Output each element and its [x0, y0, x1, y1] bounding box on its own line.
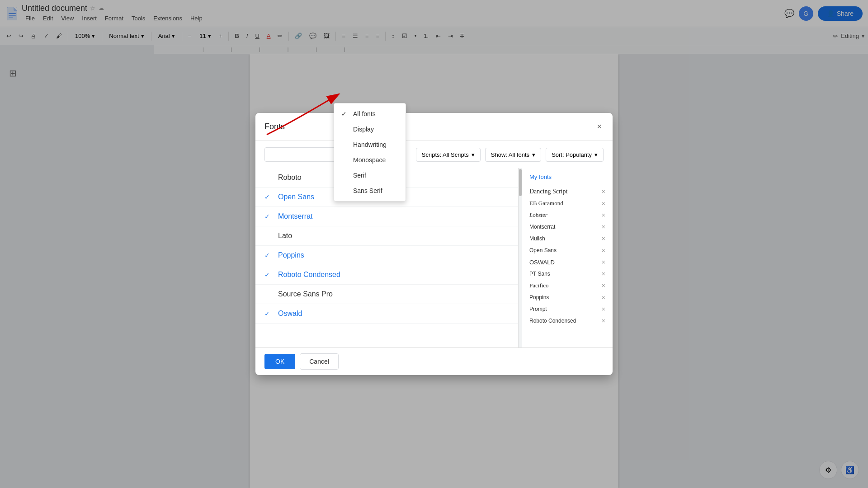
- show-dropdown-item[interactable]: Handwriting: [334, 137, 406, 152]
- dialog-content: Roboto✓Open Sans✓MontserratLato✓Poppins✓…: [255, 168, 613, 347]
- show-fonts-dropdown[interactable]: Show: All fonts ▾: [485, 148, 541, 162]
- dialog-header: Fonts ×: [255, 113, 613, 141]
- my-font-item: Mulish×: [529, 233, 605, 244]
- show-dropdown-item[interactable]: Serif: [334, 168, 406, 183]
- font-item-name: Montserrat: [278, 212, 312, 221]
- font-item-name: Oswald: [278, 310, 302, 318]
- my-font-name: Lobster: [529, 211, 547, 219]
- my-font-item: Pacifico×: [529, 280, 605, 291]
- font-list-item[interactable]: ✓Poppins: [255, 246, 518, 265]
- my-font-remove-button[interactable]: ×: [602, 211, 605, 219]
- dropdown-item-label: Handwriting: [353, 141, 387, 148]
- font-item-name: Lato: [278, 232, 292, 240]
- my-font-item: Montserrat×: [529, 221, 605, 233]
- my-font-item: Oswald×: [529, 256, 605, 268]
- dialog-title: Fonts: [264, 122, 285, 131]
- font-list-item[interactable]: Lato: [255, 226, 518, 246]
- show-dropdown-item[interactable]: Sans Serif: [334, 183, 406, 198]
- my-font-name: Oswald: [529, 259, 555, 266]
- my-font-remove-button[interactable]: ×: [602, 223, 605, 230]
- my-font-name: Roboto Condensed: [529, 318, 576, 324]
- my-font-item: Prompt×: [529, 303, 605, 315]
- my-font-name: Pacifico: [529, 282, 549, 289]
- dialog-toolbar: 🔍 Scripts: All Scripts ▾ Show: All fonts…: [255, 141, 613, 168]
- dropdown-item-label: Sans Serif: [353, 187, 382, 194]
- my-font-remove-button[interactable]: ×: [602, 317, 605, 324]
- show-dropdown-item[interactable]: ✓All fonts: [334, 106, 406, 122]
- my-font-name: Mulish: [529, 235, 545, 242]
- my-font-name: Poppins: [529, 294, 549, 300]
- font-list-item[interactable]: ✓Oswald: [255, 304, 518, 324]
- my-font-item: Lobster×: [529, 209, 605, 221]
- dropdown-check-icon: ✓: [341, 110, 349, 117]
- font-check-icon: ✓: [264, 193, 274, 201]
- dialog-footer: OK Cancel: [255, 347, 613, 375]
- font-check-icon: ✓: [264, 271, 274, 278]
- my-font-name: Montserrat: [529, 224, 555, 230]
- font-item-name: Roboto Condensed: [278, 271, 340, 279]
- font-list-item[interactable]: ✓Montserrat: [255, 207, 518, 226]
- show-dropdown-item[interactable]: Display: [334, 122, 406, 137]
- my-font-item: EB Garamond×: [529, 197, 605, 209]
- my-fonts-panel: My fonts Dancing Script×EB Garamond×Lobs…: [522, 168, 613, 347]
- font-item-name: Open Sans: [278, 193, 314, 201]
- dropdown-item-label: Display: [353, 126, 374, 133]
- my-font-name: Prompt: [529, 306, 547, 312]
- scripts-chevron-icon: ▾: [472, 151, 475, 158]
- my-font-name: EB Garamond: [529, 200, 563, 207]
- close-button[interactable]: ×: [595, 120, 604, 133]
- font-list-item[interactable]: ✓Roboto Condensed: [255, 265, 518, 285]
- dropdown-item-label: Serif: [353, 172, 366, 179]
- font-scrollbar[interactable]: [519, 168, 522, 347]
- my-font-remove-button[interactable]: ×: [602, 200, 605, 207]
- my-fonts-list: Dancing Script×EB Garamond×Lobster×Monts…: [529, 186, 605, 327]
- fonts-dialog: Fonts × 🔍 Scripts: All Scripts ▾ Show: A…: [255, 113, 613, 375]
- my-font-item: Dancing Script×: [529, 186, 605, 197]
- my-font-name: PT Sans: [529, 271, 550, 277]
- my-font-remove-button[interactable]: ×: [602, 294, 605, 301]
- my-font-item: Poppins×: [529, 291, 605, 303]
- font-check-icon: ✓: [264, 252, 274, 259]
- font-check-icon: ✓: [264, 213, 274, 220]
- font-list-item[interactable]: Source Sans Pro: [255, 285, 518, 304]
- my-font-name: Dancing Script: [529, 188, 567, 195]
- my-font-remove-button[interactable]: ×: [602, 247, 605, 254]
- my-font-remove-button[interactable]: ×: [602, 188, 605, 195]
- my-font-remove-button[interactable]: ×: [602, 305, 605, 313]
- font-item-name: Roboto: [278, 174, 302, 182]
- sort-dropdown[interactable]: Sort: Popularity ▾: [546, 148, 604, 162]
- my-font-item: Open Sans×: [529, 244, 605, 256]
- show-dropdown-item[interactable]: Monospace: [334, 152, 406, 168]
- my-font-remove-button[interactable]: ×: [602, 270, 605, 277]
- my-font-name: Open Sans: [529, 247, 557, 253]
- dropdown-item-label: All fonts: [353, 110, 376, 117]
- cancel-button[interactable]: Cancel: [300, 353, 339, 370]
- show-dropdown-menu: ✓All fontsDisplayHandwritingMonospaceSer…: [334, 103, 406, 202]
- ok-button[interactable]: OK: [264, 354, 295, 369]
- my-font-item: Roboto Condensed×: [529, 315, 605, 327]
- font-item-name: Source Sans Pro: [278, 290, 333, 298]
- font-item-name: Poppins: [278, 251, 304, 259]
- sort-chevron-icon: ▾: [594, 151, 598, 158]
- my-font-item: PT Sans×: [529, 268, 605, 280]
- my-fonts-title: My fonts: [529, 174, 605, 180]
- show-chevron-icon: ▾: [532, 151, 535, 158]
- font-check-icon: ✓: [264, 310, 274, 317]
- my-font-remove-button[interactable]: ×: [602, 235, 605, 242]
- my-font-remove-button[interactable]: ×: [602, 282, 605, 289]
- dropdown-item-label: Monospace: [353, 156, 386, 164]
- my-font-remove-button[interactable]: ×: [602, 258, 605, 266]
- scripts-dropdown[interactable]: Scripts: All Scripts ▾: [416, 148, 481, 162]
